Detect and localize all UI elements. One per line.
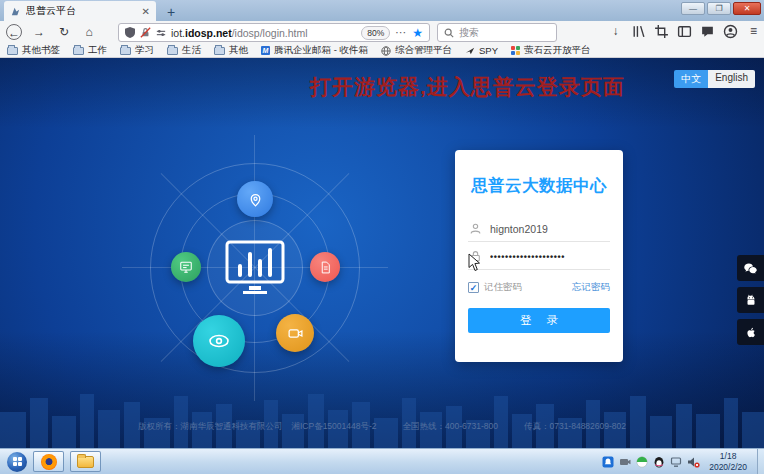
apple-app-button[interactable] <box>737 319 764 345</box>
folder-explorer-icon <box>77 456 94 468</box>
username-value[interactable]: hignton2019 <box>490 223 548 235</box>
feature-hub-graphic <box>140 153 370 383</box>
password-field[interactable]: •••••••••••••••••••• <box>468 242 610 270</box>
video-camera-bubble[interactable] <box>276 314 314 352</box>
page-footer: 版权所有：湖南华辰智通科技有限公司 湘ICP备15001448号-2 全国热线：… <box>0 421 764 433</box>
video-camera-icon <box>287 325 304 342</box>
firefox-icon <box>41 454 57 470</box>
tray-qq-icon[interactable] <box>653 456 665 468</box>
username-field[interactable]: hignton2019 <box>468 214 610 242</box>
colorful-grid-icon <box>511 46 520 55</box>
map-location-icon <box>247 191 264 208</box>
window-minimize-button[interactable]: — <box>681 2 705 15</box>
new-tab-button[interactable]: + <box>160 3 182 21</box>
annotation-text: 打开游览器,进入思普云登录页面 <box>310 73 625 101</box>
language-english-button[interactable]: English <box>708 70 755 88</box>
windows-logo-icon <box>13 457 22 466</box>
eye-bubble[interactable] <box>193 315 245 367</box>
permissions-icon[interactable] <box>156 28 166 38</box>
messages-icon[interactable] <box>700 24 715 39</box>
bookmark-ezviz[interactable]: 萤石云开放平台 <box>511 44 591 57</box>
language-toggle: 中文 English <box>674 70 755 88</box>
window-restore-button[interactable]: ❐ <box>707 2 731 15</box>
url-display[interactable]: iot.idosp.net/idosp/login.html <box>171 27 356 39</box>
map-location-bubble[interactable] <box>237 181 273 217</box>
forward-button[interactable]: → <box>31 24 47 40</box>
document-bubble[interactable] <box>310 252 340 282</box>
user-icon <box>469 222 482 235</box>
android-app-button[interactable] <box>737 287 764 313</box>
bookmark-folder[interactable]: 其他 <box>214 44 248 57</box>
city-skyline <box>0 386 764 448</box>
bookmark-folder[interactable]: 学习 <box>120 44 154 57</box>
monitor-icon <box>179 260 193 274</box>
windows-taskbar: 1/18 2020/2/20 <box>0 448 764 474</box>
bookmark-platform[interactable]: 综合管理平台 <box>381 44 452 57</box>
bookmark-folder[interactable]: 其他书签 <box>7 44 60 57</box>
password-value[interactable]: •••••••••••••••••••• <box>490 252 565 262</box>
language-chinese-button[interactable]: 中文 <box>674 70 708 88</box>
login-button[interactable]: 登 录 <box>468 308 610 333</box>
taskbar-clock[interactable]: 1/18 2020/2/20 <box>709 451 747 471</box>
zoom-level-badge[interactable]: 80% <box>361 26 390 40</box>
bookmark-star-icon[interactable]: ★ <box>412 26 423 40</box>
search-input[interactable]: 搜索 <box>437 23 557 42</box>
fax-text: 传真：0731-84882609-802 <box>524 421 626 433</box>
bookmark-mail[interactable]: M腾讯企业邮箱 - 收件箱 <box>261 44 368 57</box>
tab-title: 思普云平台 <box>26 4 137 18</box>
clock-date: 2020/2/20 <box>709 462 747 472</box>
bookmarks-bar: 其他书签 工作 学习 生活 其他 M腾讯企业邮箱 - 收件箱 综合管理平台 SP… <box>0 44 764 58</box>
copyright-text: 版权所有：湖南华辰智通科技有限公司 <box>138 421 283 433</box>
tab-close-icon[interactable]: ✕ <box>142 6 150 17</box>
clock-time: 1/18 <box>709 451 747 461</box>
login-page: 打开游览器,进入思普云登录页面 中文 English <box>0 58 764 448</box>
globe-icon <box>381 46 391 56</box>
dashboard-monitor-icon <box>223 238 287 296</box>
tray-volume-muted-icon[interactable] <box>687 456 700 468</box>
address-bar[interactable]: iot.idosp.net/idosp/login.html 80% ⋯ ★ <box>118 23 430 42</box>
monitor-bubble[interactable] <box>171 252 201 282</box>
library-icon[interactable] <box>631 24 646 39</box>
tray-notification-icon[interactable] <box>602 456 614 468</box>
account-icon[interactable] <box>723 24 738 39</box>
start-button[interactable] <box>7 452 27 472</box>
sidebar-icon[interactable] <box>677 24 692 39</box>
tab-favicon-icon <box>10 6 21 17</box>
taskbar-firefox-button[interactable] <box>33 451 64 472</box>
menu-button[interactable]: ≡ <box>746 24 761 39</box>
forgot-password-link[interactable]: 忘记密码 <box>572 281 610 294</box>
bookmark-spy[interactable]: SPY <box>465 45 498 56</box>
page-actions-icon[interactable]: ⋯ <box>395 26 407 39</box>
bookmark-folder[interactable]: 生活 <box>167 44 201 57</box>
home-button[interactable]: ⌂ <box>81 24 97 40</box>
insecure-lock-icon[interactable] <box>140 27 151 38</box>
downloads-button[interactable]: ↓ <box>608 24 623 39</box>
screenshot-crop-icon[interactable] <box>654 24 669 39</box>
app-download-buttons <box>737 255 764 345</box>
window-close-button[interactable]: ✕ <box>733 2 761 15</box>
spy-icon <box>465 46 475 56</box>
folder-icon <box>214 47 225 55</box>
remember-label: 记住密码 <box>484 281 522 294</box>
apple-icon <box>744 325 758 340</box>
tray-device-icon[interactable] <box>619 456 631 468</box>
tray-green-ball-icon[interactable] <box>636 456 648 468</box>
taskbar-explorer-button[interactable] <box>70 451 101 472</box>
remember-checkbox[interactable]: ✓ <box>468 282 479 293</box>
mail-icon: M <box>261 46 270 55</box>
wechat-icon <box>743 261 758 276</box>
reload-button[interactable]: ↻ <box>56 24 72 40</box>
back-button[interactable]: ← <box>6 24 22 40</box>
browser-tab[interactable]: 思普云平台 ✕ <box>4 1 156 21</box>
remember-password-option[interactable]: ✓ 记住密码 <box>468 281 522 294</box>
tray-network-icon[interactable] <box>670 456 682 468</box>
system-tray: 1/18 2020/2/20 <box>602 449 764 474</box>
folder-icon <box>120 47 131 55</box>
bookmark-folder[interactable]: 工作 <box>73 44 107 57</box>
android-icon <box>744 293 758 307</box>
shield-icon[interactable] <box>125 27 135 38</box>
wechat-app-button[interactable] <box>737 255 764 281</box>
browser-navbar: ← → ↻ ⌂ iot.idosp.net/idosp/login.html 8… <box>0 21 764 44</box>
document-icon <box>319 261 332 274</box>
show-desktop-button[interactable] <box>757 449 764 474</box>
